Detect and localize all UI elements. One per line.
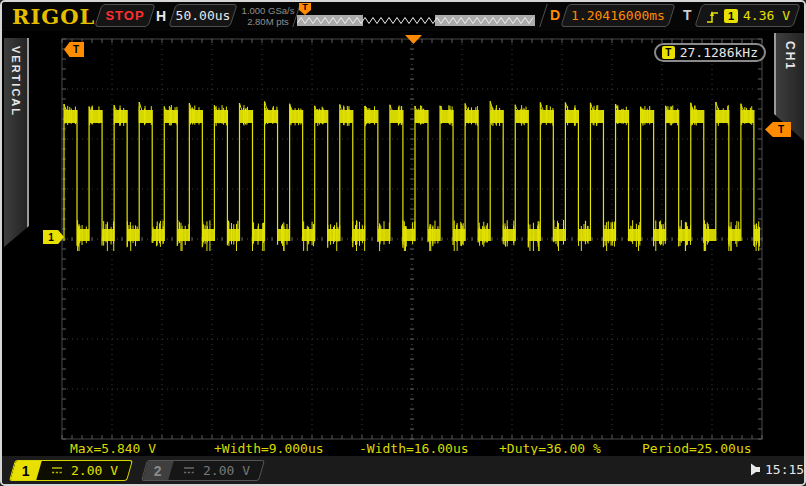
memory-waveform-strip[interactable] xyxy=(297,15,535,26)
horizontal-label: H xyxy=(156,8,166,24)
delay-label: D xyxy=(550,7,560,23)
channel1-ground-marker-icon[interactable]: 1 xyxy=(43,230,64,244)
trigger-time-flag-icon[interactable]: T xyxy=(64,42,84,57)
waveform-display xyxy=(2,2,804,484)
channel2-badge: 2 xyxy=(154,463,162,479)
channel2-status-box[interactable]: 2 2.00 V xyxy=(141,460,265,481)
channel1-badge: 1 xyxy=(22,463,30,479)
speaker-icon xyxy=(750,463,761,476)
sample-rate: 1.000 GSa/s xyxy=(240,5,296,16)
trigger-level-marker-icon[interactable]: T xyxy=(765,122,791,137)
measurement-period: Period=25.00us xyxy=(642,441,752,456)
trigger-level-value: 4.36 V xyxy=(743,8,790,23)
trigger-info-panel[interactable]: 1 4.36 V xyxy=(694,4,800,27)
rising-edge-icon xyxy=(705,7,719,24)
vertical-menu-label: VERTICAL xyxy=(10,46,22,117)
sidebar-tab-vertical[interactable]: VERTICAL xyxy=(4,38,29,247)
run-status-panel: STOP xyxy=(94,4,155,27)
ch1-menu-label: CH1 xyxy=(783,41,797,71)
trigger-delay-panel[interactable]: 1.20416000ms xyxy=(560,4,675,27)
divider xyxy=(539,4,547,27)
run-status: STOP xyxy=(105,8,144,23)
rigol-logo: RIGOL xyxy=(12,4,95,29)
counter-source-badge: T xyxy=(662,46,675,59)
oscilloscope-screen: RIGOL STOP H 50.00us 1.000 GSa/s 2.80M p… xyxy=(0,0,806,486)
dc-coupling-icon xyxy=(182,466,196,475)
measurement-max: Max=5.840 V xyxy=(70,441,156,456)
trigger-label: T xyxy=(683,7,692,23)
frequency-counter: T 27.1286kHz xyxy=(654,43,766,62)
acquisition-info: 1.000 GSa/s 2.80M pts xyxy=(240,5,296,27)
frequency-value: 27.1286kHz xyxy=(680,45,758,60)
measurement-pwidth: +Width=9.000us xyxy=(214,441,324,456)
measurement-nwidth: -Width=16.00us xyxy=(359,441,469,456)
channel-status-bar: 1 2.00 V 2 2.00 V 15: xyxy=(2,455,804,485)
dc-coupling-icon xyxy=(50,466,64,475)
channel1-status-box[interactable]: 1 2.00 V xyxy=(9,460,133,481)
trigger-position-icon[interactable] xyxy=(405,35,422,44)
timebase-panel[interactable]: 50.00us xyxy=(168,4,237,27)
channel2-scale: 2.00 V xyxy=(203,463,250,478)
channel1-scale: 2.00 V xyxy=(71,463,118,478)
trigger-source-badge: 1 xyxy=(724,9,738,23)
timebase-value: 50.00us xyxy=(176,8,231,23)
memory-depth: 2.80M pts xyxy=(240,16,296,27)
clock-time: 15:15 xyxy=(765,462,804,477)
top-status-bar: RIGOL STOP H 50.00us 1.000 GSa/s 2.80M p… xyxy=(2,2,804,31)
trigger-delay-value: 1.20416000ms xyxy=(571,8,665,23)
memory-waveform-icon xyxy=(297,18,533,24)
measurement-pduty: +Duty=36.00 % xyxy=(499,441,601,456)
clock-area: 15:15 xyxy=(750,462,804,477)
memory-trigger-position-icon: T xyxy=(299,3,311,15)
